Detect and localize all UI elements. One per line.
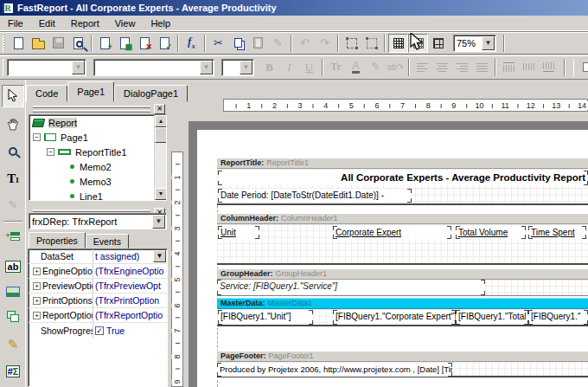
menu-view[interactable]: View (107, 16, 144, 31)
delete-page-button[interactable]: ✕ (135, 34, 155, 53)
band-body-groupheader[interactable]: Service: [FIBQuery1."Service"] (217, 280, 588, 296)
align-left-button[interactable] (412, 58, 432, 77)
expand-icon[interactable]: + (33, 282, 41, 290)
font-color-button[interactable]: A (346, 58, 366, 77)
menu-file[interactable]: File (0, 16, 31, 31)
memo-col-total-volume[interactable]: Total Volume (456, 226, 526, 239)
menu-edit[interactable]: Edit (31, 16, 63, 31)
property-row-showprogress[interactable]: ShowProgres ✓True (29, 323, 167, 338)
toolbar-grip[interactable] (3, 35, 5, 52)
memo-col-unit[interactable]: Unit (218, 226, 259, 239)
tab-page1[interactable]: Page1 (67, 81, 114, 102)
scroll-up-icon[interactable]: ▲ (155, 115, 167, 127)
memo-data-time[interactable]: [FIBQuery1." (528, 310, 588, 325)
ungroup-button[interactable] (361, 34, 381, 53)
object-selector[interactable]: frxDRep: TfrxReport ▼ (29, 213, 167, 229)
select-tool-button[interactable] (2, 85, 24, 107)
tree-item-reporttitle1[interactable]: − ReportTitle1 (29, 145, 166, 159)
zoom-tool-button[interactable] (2, 140, 24, 163)
tab-properties[interactable]: Properties (29, 232, 86, 248)
page-settings-button[interactable]: ✓ (155, 34, 175, 53)
chevron-down-icon[interactable]: ▼ (153, 250, 166, 262)
group-button[interactable] (342, 34, 361, 53)
paste-button[interactable] (248, 34, 268, 53)
memo-report-title[interactable]: All Corporate Experts - Average Producti… (218, 171, 588, 185)
align-justify-button[interactable] (472, 58, 492, 77)
band-header-columnheader[interactable]: ColumnHeader:ColumnHeader1 (217, 213, 588, 224)
memo-data-unit[interactable]: [FIBQuery1."Unit"] (218, 310, 313, 325)
scroll-down-icon[interactable]: ▼ (155, 188, 167, 200)
italic-button[interactable]: I (279, 58, 299, 77)
undo-button[interactable]: ↶ (295, 34, 315, 53)
preview-report-button[interactable] (68, 34, 88, 53)
chevron-down-icon[interactable]: ▼ (482, 36, 495, 50)
format-painter-tool-button[interactable]: ✎ (2, 193, 24, 216)
memo-service-group[interactable]: Service: [FIBQuery1."Service"] (217, 280, 485, 295)
cut-button[interactable]: ✂ (208, 34, 228, 53)
new-dialog-page-button[interactable]: ▦ (115, 34, 135, 53)
align-top-button[interactable] (499, 58, 519, 77)
show-grid-button[interactable] (388, 34, 408, 53)
insert-band-button[interactable]: + (2, 227, 24, 249)
memo-col-time-spent[interactable]: Time Spent (528, 226, 586, 239)
memo-date-period[interactable]: Date Period: [DateToStr(DateEdit1.Date)]… (218, 189, 412, 203)
tree-item-memo3[interactable]: Memo3 (29, 174, 166, 189)
font-name-select[interactable]: ▼ (93, 59, 214, 76)
property-row-previewoptions[interactable]: +PreviewOptio (TfrxPreviewOpt (29, 279, 167, 293)
align-right-button[interactable] (452, 58, 472, 77)
insert-object-button[interactable] (2, 384, 24, 387)
frame-toolbar-button[interactable] (578, 58, 588, 77)
fit-to-grid-button[interactable] (428, 34, 448, 53)
scrollbar-thumb[interactable] (155, 127, 167, 143)
menu-report[interactable]: Report (63, 16, 107, 31)
band-header-reporttitle[interactable]: ReportTitle:ReportTitle1 (217, 158, 588, 169)
bold-button[interactable]: B (259, 58, 279, 77)
zoom-select[interactable]: 75% ▼ (453, 35, 496, 52)
band-body-columnheader[interactable]: Unit Corporate Expert Total Volume Time … (217, 224, 588, 265)
property-row-engineoptions[interactable]: +EngineOption (TfrxEngineOptio (29, 264, 167, 279)
align-center-button[interactable] (432, 58, 452, 77)
chevron-down-icon[interactable]: ▼ (240, 61, 252, 74)
property-row-dataset[interactable]: DataSet t assigned) ▼ (29, 249, 167, 264)
chevron-down-icon[interactable]: ▼ (152, 215, 165, 229)
save-report-button[interactable] (48, 34, 68, 53)
toolbar-grip[interactable] (573, 59, 574, 76)
style-select[interactable]: ▼ (7, 59, 86, 76)
expand-icon[interactable]: + (33, 312, 41, 319)
tab-events[interactable]: Events (86, 234, 129, 248)
property-row-printoptions[interactable]: +PrintOptions (TfrxPrintOption (29, 293, 167, 308)
memo-col-corporate-expert[interactable]: Corporate Expert (333, 226, 451, 239)
memo-data-total[interactable]: [FIBQuery1."Total (456, 310, 528, 325)
expand-icon[interactable]: + (33, 297, 41, 305)
underline-button[interactable]: U (299, 58, 319, 77)
property-row-reportoptions[interactable]: +ReportOption (TfrxReportOptio (29, 308, 167, 323)
checkbox-checked-icon[interactable]: ✓ (95, 326, 104, 335)
variables-button[interactable]: fx (182, 34, 201, 53)
band-header-groupheader[interactable]: GroupHeader:GroupHeader1 (217, 268, 588, 280)
tree-item-report[interactable]: Report (29, 115, 166, 130)
font-size-select[interactable]: ▼ (221, 59, 254, 76)
font-settings-button[interactable]: Tr (326, 58, 346, 77)
tree-item-memo2[interactable]: Memo2 (29, 159, 166, 174)
memo-produced-by[interactable]: Produced by Projetex 2006, http://www.pr… (217, 363, 452, 377)
chevron-down-icon[interactable]: ▼ (72, 61, 85, 74)
band-body-reporttitle[interactable]: All Corporate Experts - Average Producti… (217, 169, 588, 205)
insert-system-text-button[interactable]: #Σ (2, 360, 24, 383)
copy-button[interactable] (228, 34, 248, 53)
insert-subreport-object-button[interactable] (2, 305, 24, 327)
align-bottom-button[interactable] (539, 58, 559, 77)
tree-scrollbar[interactable]: ▲ ▼ (154, 115, 166, 200)
collapse-icon[interactable]: − (47, 148, 54, 156)
band-body-pagefooter[interactable]: Produced by Projetex 2006, http://www.pr… (217, 362, 588, 377)
highlight-button[interactable]: ✎ (366, 58, 386, 77)
text-tool-button[interactable]: TI (2, 167, 24, 190)
new-report-button[interactable] (9, 34, 29, 53)
memo-data-corporate-expert[interactable]: [FIBQuery1."Corporate Expert"] (333, 310, 456, 325)
band-header-pagefooter[interactable]: PageFooter:PageFooter1 (217, 351, 588, 362)
insert-picture-object-button[interactable] (2, 281, 24, 303)
menu-help[interactable]: Help (143, 16, 178, 31)
close-icon[interactable]: ✕ (154, 104, 165, 114)
new-report-page-button[interactable]: + (95, 34, 115, 53)
collapse-icon[interactable]: − (33, 133, 41, 141)
expand-icon[interactable]: + (33, 268, 41, 275)
